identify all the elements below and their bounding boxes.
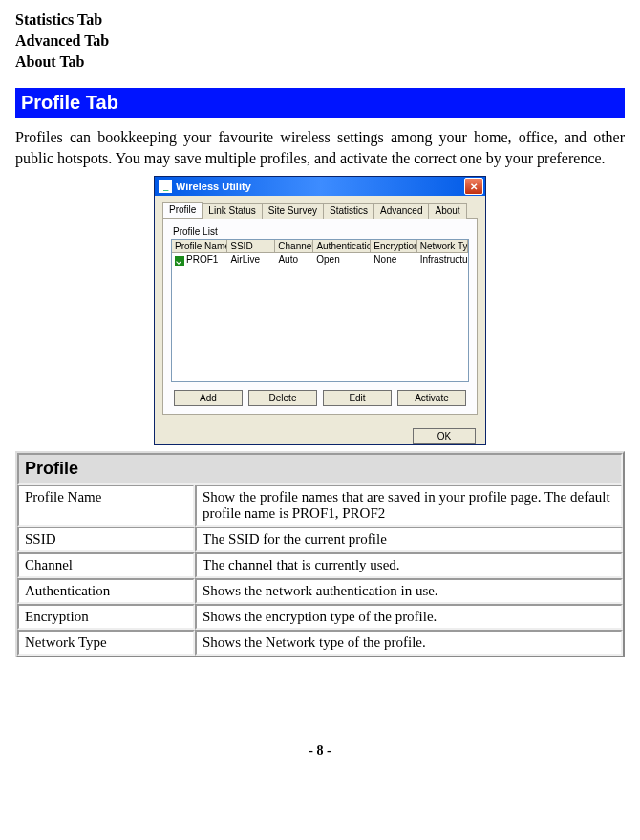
desc-key: Profile Name: [17, 485, 195, 527]
edit-button[interactable]: Edit: [323, 390, 392, 406]
toc-item-advanced: Advanced Tab: [15, 32, 625, 50]
groupbox-label: Profile List: [173, 226, 469, 237]
close-icon[interactable]: ✕: [464, 178, 483, 195]
desc-value: Show the profile names that are saved in…: [195, 485, 623, 527]
section-heading-profile-tab: Profile Tab: [15, 88, 625, 118]
desc-value: Shows the network authentication in use.: [195, 578, 623, 604]
intro-paragraph: Profiles can bookkeeping your favourite …: [15, 127, 625, 168]
col-network-type[interactable]: Network Ty...: [417, 240, 468, 252]
desc-value: Shows the Network type of the profile.: [195, 630, 623, 656]
desc-value: The channel that is currently used.: [195, 552, 623, 578]
dialog-title: Wireless Utility: [176, 181, 464, 192]
table-row: EncryptionShows the encryption type of t…: [17, 604, 623, 630]
tab-link-status[interactable]: Link Status: [202, 203, 262, 219]
table-row: SSIDThe SSID for the current profile: [17, 527, 623, 552]
table-row: Network TypeShows the Network type of th…: [17, 630, 623, 656]
table-row: ChannelThe channel that is currently use…: [17, 552, 623, 578]
wireless-utility-dialog: ⎯ Wireless Utility ✕ Profile Link Status…: [154, 176, 486, 445]
tab-site-survey[interactable]: Site Survey: [262, 203, 324, 219]
cell-channel: Auto: [275, 253, 313, 266]
add-button[interactable]: Add: [174, 390, 243, 406]
desc-key: Network Type: [17, 630, 195, 656]
desc-value: Shows the encryption type of the profile…: [195, 604, 623, 630]
col-ssid[interactable]: SSID: [227, 240, 275, 252]
toc-item-statistics: Statistics Tab: [15, 11, 625, 29]
tab-statistics[interactable]: Statistics: [323, 203, 374, 219]
table-section-header: Profile: [17, 453, 623, 485]
col-authentication[interactable]: Authentication: [313, 240, 371, 252]
tab-about[interactable]: About: [428, 203, 466, 219]
tab-profile[interactable]: Profile: [162, 202, 203, 218]
tab-advanced[interactable]: Advanced: [373, 203, 429, 219]
col-channel[interactable]: Channel: [275, 240, 313, 252]
desc-key: Authentication: [17, 578, 195, 604]
ok-button[interactable]: OK: [413, 428, 476, 444]
page-number: - 8 -: [15, 743, 625, 766]
desc-value: The SSID for the current profile: [195, 527, 623, 552]
desc-key: Channel: [17, 552, 195, 578]
activate-button[interactable]: Activate: [397, 390, 466, 406]
table-row: AuthenticationShows the network authenti…: [17, 578, 623, 604]
toc-item-about: About Tab: [15, 54, 625, 71]
cell-nettype: Infrastructure: [417, 253, 468, 266]
profile-description-table: Profile Profile NameShow the profile nam…: [15, 451, 625, 657]
cell-profile-name: PROF1: [186, 254, 218, 265]
table-row: Profile NameShow the profile names that …: [17, 485, 623, 527]
profile-list[interactable]: Profile Name SSID Channel Authentication…: [171, 239, 469, 382]
desc-key: SSID: [17, 527, 195, 552]
delete-button[interactable]: Delete: [248, 390, 317, 406]
tab-strip: Profile Link Status Site Survey Statisti…: [162, 202, 478, 219]
cell-ssid: AirLive: [227, 253, 275, 266]
cell-enc: None: [371, 253, 416, 266]
col-profile-name[interactable]: Profile Name: [172, 240, 227, 252]
active-profile-icon: [175, 256, 184, 266]
col-encryption[interactable]: Encryption: [371, 240, 416, 252]
profile-row[interactable]: PROF1 AirLive Auto Open None Infrastruct…: [172, 253, 468, 266]
cell-auth: Open: [313, 253, 371, 266]
app-icon: ⎯: [159, 180, 172, 193]
desc-key: Encryption: [17, 604, 195, 630]
